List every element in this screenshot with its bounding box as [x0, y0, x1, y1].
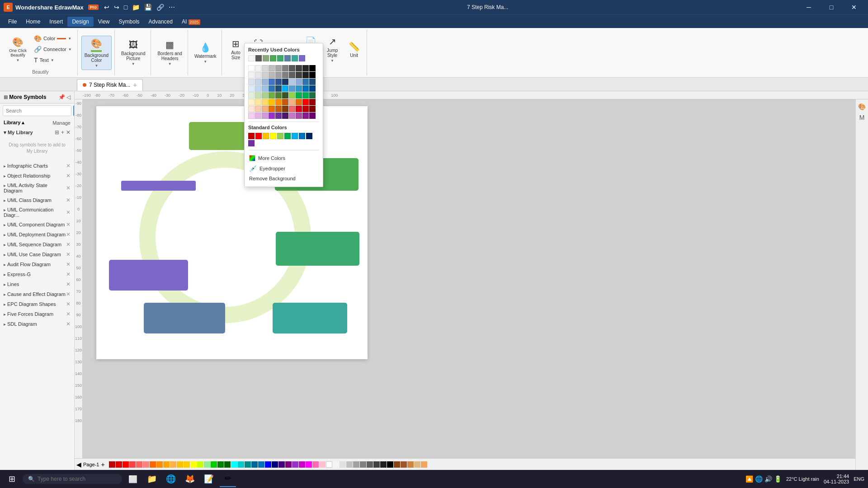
- close-icon[interactable]: ✕: [66, 231, 71, 238]
- menu-symbols[interactable]: Symbols: [114, 17, 144, 27]
- color-swatch[interactable]: [255, 79, 261, 85]
- color-swatch[interactable]: [255, 55, 262, 61]
- color-swatch[interactable]: [231, 461, 237, 468]
- color-swatch[interactable]: [255, 85, 261, 92]
- background-color-btn[interactable]: 🎨 BackgroundColor ▼: [81, 36, 112, 70]
- color-swatch[interactable]: [248, 72, 255, 78]
- color-swatch[interactable]: [136, 461, 142, 468]
- taskbar-app-file-explorer[interactable]: 📁: [144, 471, 160, 487]
- color-swatch[interactable]: [282, 92, 288, 99]
- start-button[interactable]: ⊞: [4, 471, 20, 487]
- color-swatch[interactable]: [289, 92, 295, 99]
- color-swatch[interactable]: [289, 85, 295, 92]
- watermark-btn[interactable]: 💧 Watermark ▼: [192, 40, 219, 66]
- close-icon[interactable]: ✕: [66, 261, 71, 267]
- color-swatch[interactable]: [269, 72, 275, 78]
- color-swatch[interactable]: [296, 113, 302, 119]
- color-swatch[interactable]: [309, 65, 316, 71]
- color-swatch[interactable]: [407, 461, 414, 468]
- close-icon[interactable]: ✕: [66, 311, 71, 317]
- color-swatch[interactable]: [255, 133, 262, 139]
- color-swatch[interactable]: [282, 65, 288, 71]
- color-swatch[interactable]: [346, 461, 353, 468]
- color-swatch[interactable]: [262, 65, 268, 71]
- list-item[interactable]: ▸Five Forces Diagram ✕: [0, 309, 74, 319]
- color-swatch[interactable]: [269, 113, 275, 119]
- list-item[interactable]: ▸UML Communication Diagr... ✕: [0, 205, 74, 220]
- color-swatch[interactable]: [269, 65, 275, 71]
- color-swatch[interactable]: [292, 461, 298, 468]
- color-swatch[interactable]: [262, 85, 268, 92]
- color-swatch[interactable]: [302, 113, 309, 119]
- color-swatch[interactable]: [282, 72, 288, 78]
- color-swatch[interactable]: [309, 85, 316, 92]
- close-icon[interactable]: ✕: [66, 185, 71, 191]
- color-swatch[interactable]: [401, 461, 407, 468]
- color-swatch[interactable]: [284, 133, 291, 139]
- color-swatch[interactable]: [302, 72, 309, 78]
- color-swatch[interactable]: [248, 79, 255, 85]
- color-swatch[interactable]: [269, 79, 275, 85]
- color-swatch[interactable]: [289, 72, 295, 78]
- menu-design[interactable]: Design: [67, 17, 93, 27]
- eyedropper-btn[interactable]: 💉 Eyedropper: [248, 163, 319, 174]
- color-swatch[interactable]: [302, 92, 309, 99]
- list-item[interactable]: ▸Infographic Charts ✕: [0, 161, 74, 171]
- color-swatch[interactable]: [272, 461, 278, 468]
- color-swatch[interactable]: [248, 99, 255, 105]
- open-btn[interactable]: 📁: [130, 3, 142, 12]
- color-swatch[interactable]: [299, 55, 305, 61]
- taskbar-app-firefox[interactable]: 🦊: [182, 471, 198, 487]
- color-swatch[interactable]: [262, 92, 268, 99]
- color-swatch[interactable]: [248, 106, 255, 112]
- menu-file[interactable]: File: [4, 17, 21, 27]
- close-icon[interactable]: ✕: [66, 163, 71, 169]
- color-swatch[interactable]: [255, 72, 261, 78]
- add-lib-btn2[interactable]: +: [61, 129, 64, 136]
- list-item[interactable]: ▸UML Deployment Diagram ✕: [0, 230, 74, 239]
- color-swatch[interactable]: [333, 461, 339, 468]
- tab-add-btn[interactable]: +: [133, 81, 137, 89]
- color-swatch[interactable]: [270, 133, 276, 139]
- taskbar-app-edge[interactable]: 🌐: [163, 471, 179, 487]
- color-swatch[interactable]: [278, 461, 285, 468]
- list-item[interactable]: ▸UML Sequence Diagram ✕: [0, 239, 74, 249]
- color-swatch[interactable]: [309, 99, 316, 105]
- color-swatch[interactable]: [248, 65, 255, 71]
- close-icon[interactable]: ✕: [66, 197, 71, 203]
- borders-headers-btn[interactable]: ▦ Borders andHeaders ▼: [155, 38, 184, 68]
- list-item[interactable]: ▸Object Relationship ✕: [0, 171, 74, 181]
- sidebar-close-btn[interactable]: ◁: [66, 94, 71, 100]
- color-swatch[interactable]: [296, 92, 302, 99]
- taskbar-app-word[interactable]: 📝: [201, 471, 217, 487]
- color-swatch[interactable]: [251, 461, 258, 468]
- list-item[interactable]: ▸UML Component Diagram ✕: [0, 220, 74, 230]
- color-swatch[interactable]: [302, 99, 309, 105]
- color-swatch[interactable]: [277, 133, 283, 139]
- remove-background-btn[interactable]: Remove Background: [248, 174, 319, 183]
- color-swatch[interactable]: [269, 106, 275, 112]
- color-swatch[interactable]: [296, 85, 302, 92]
- color-swatch[interactable]: [306, 461, 312, 468]
- color-swatch[interactable]: [255, 99, 261, 105]
- save-btn[interactable]: 💾: [142, 3, 154, 12]
- color-swatch[interactable]: [282, 85, 288, 92]
- color-swatch[interactable]: [275, 79, 282, 85]
- color-swatch[interactable]: [360, 461, 366, 468]
- color-swatch[interactable]: [302, 79, 309, 85]
- color-swatch[interactable]: [309, 106, 316, 112]
- color-swatch[interactable]: [109, 461, 115, 468]
- shape-purple-bar[interactable]: [121, 181, 196, 191]
- close-icon[interactable]: ✕: [66, 221, 71, 228]
- color-swatch[interactable]: [340, 461, 346, 468]
- color-swatch[interactable]: [255, 113, 261, 119]
- color-swatch[interactable]: [289, 106, 295, 112]
- color-swatch[interactable]: [284, 55, 291, 61]
- color-swatch[interactable]: [275, 99, 282, 105]
- panel-icon-2[interactable]: M: [859, 114, 865, 121]
- color-swatch[interactable]: [282, 113, 288, 119]
- export-btn[interactable]: 🔗: [155, 3, 166, 12]
- undo-btn[interactable]: ↩: [102, 3, 111, 12]
- menu-home[interactable]: Home: [21, 17, 45, 27]
- color-swatch[interactable]: [289, 79, 295, 85]
